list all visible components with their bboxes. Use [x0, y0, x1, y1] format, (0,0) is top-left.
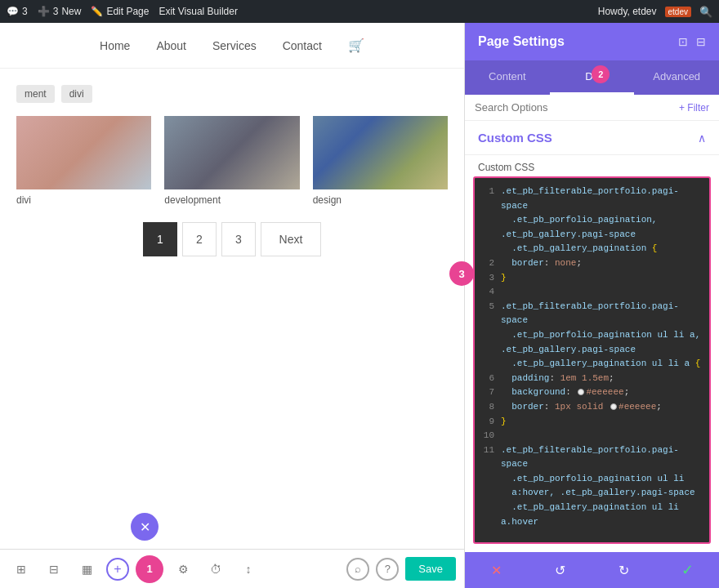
code-line-6: 6 padding: 1em 1.5em;	[481, 372, 703, 386]
css-editor-label: Custom CSS	[465, 155, 719, 176]
portfolio-label-2: development	[164, 194, 299, 206]
settings-footer: ✕ ↺ ↻ ✓	[465, 552, 719, 588]
responsive-icon-btn[interactable]: ↕	[235, 556, 261, 582]
code-line-5d: .et_pb_gallery_pagination ul li a {	[481, 357, 703, 372]
code-line-11d: .et_pb_gallery_pagination ul li a.hover	[481, 501, 703, 529]
code-line-5: 5 .et_pb_filterable_portfolio.pagi-space	[481, 300, 703, 328]
tab-design[interactable]: De 2	[550, 60, 635, 95]
search-help-btn[interactable]: ⌕	[346, 558, 369, 581]
nav-home[interactable]: Home	[100, 39, 130, 52]
pagination: 1 2 3 Next	[16, 222, 448, 256]
grid-icon-btn[interactable]: ▦	[74, 556, 100, 582]
code-line-5b: .et_pb_porfolio_pagination ul li a,	[481, 328, 703, 343]
custom-css-title: Custom CSS	[478, 131, 552, 145]
settings-header: Page Settings ⊡ ⊟	[465, 23, 719, 60]
search-bar: + Filter	[465, 95, 719, 121]
redo-footer-btn[interactable]: ↻	[609, 555, 638, 585]
settings-panel: Page Settings ⊡ ⊟ Content De 2 Advanced	[464, 23, 719, 588]
tab-content[interactable]: Content	[465, 60, 550, 95]
bottom-toolbar: ⊞ ⊟ ▦ + 1 ⚙ ⏱ ↕ ⌕ ? Save	[0, 549, 464, 588]
layout-icon-btn[interactable]: ⊞	[8, 556, 34, 582]
collapse-icon[interactable]: ∧	[698, 131, 706, 145]
tab-advanced-label: Advanced	[653, 70, 700, 82]
portfolio-label-3: design	[313, 194, 448, 206]
code-line-11: 11 .et_pb_filterable_portfolio.pagi-spac…	[481, 443, 703, 472]
new-count[interactable]: ➕ 3 New	[38, 6, 82, 17]
code-line-7: 7 background: #eeeeee;	[481, 385, 703, 400]
add-element-button[interactable]: +	[106, 558, 129, 581]
site-nav: Home About Services Contact 🛒	[0, 23, 464, 69]
page-2-button[interactable]: 2	[182, 222, 217, 256]
settings-tabs: Content De 2 Advanced	[465, 60, 719, 95]
settings-title: Page Settings	[478, 34, 565, 49]
tab-content-label: Content	[489, 70, 526, 82]
checkmark-icon: ✓	[681, 561, 694, 579]
content-area: ment divi divi development design	[0, 69, 464, 278]
settings-header-icons: ⊡ ⊟	[678, 35, 706, 48]
portfolio-grid: divi development design	[16, 116, 448, 206]
code-line-4: 4	[481, 285, 703, 300]
help-btn[interactable]: ?	[376, 558, 399, 581]
columns-icon[interactable]: ⊟	[696, 35, 706, 48]
howdy-text: Howdy, etdev	[598, 6, 657, 17]
step3-label: 3	[458, 268, 464, 280]
undo-icon: ↺	[555, 563, 565, 578]
custom-css-section-header: Custom CSS ∧	[465, 121, 719, 155]
comment-count[interactable]: 💬 3	[7, 6, 28, 17]
nav-services[interactable]: Services	[212, 39, 257, 52]
close-bubble-button[interactable]: ✕	[131, 513, 159, 541]
search-options-input[interactable]	[475, 101, 672, 114]
edit-page-link[interactable]: ✏️ Edit Page	[91, 6, 149, 17]
step3-bubble: 3	[449, 261, 474, 286]
css-editor-content[interactable]: 1 .et_pb_filterable_portfolio.pagi-space…	[475, 178, 709, 529]
code-line-1d: .et_pb_gallery_pagination {	[481, 242, 703, 256]
cancel-footer-btn[interactable]: ✕	[482, 555, 511, 585]
code-line-10: 10	[481, 429, 703, 443]
code-line-3: 3 }	[481, 271, 703, 286]
tag-divi[interactable]: divi	[61, 85, 92, 103]
settings-content: + Filter Custom CSS ∧ Custom CSS 1 .et_p…	[465, 95, 719, 552]
tab-design-badge: 2	[592, 65, 610, 83]
undo-footer-btn[interactable]: ↺	[546, 555, 575, 585]
code-line-11c: a:hover, .et_pb_gallery.pagi-space	[481, 486, 703, 501]
user-badge: etdev	[665, 7, 691, 17]
admin-bar-right: Howdy, etdev etdev 🔍	[598, 6, 712, 18]
columns-icon-btn[interactable]: ⊟	[41, 556, 67, 582]
exit-builder-link[interactable]: Exit Visual Builder	[159, 6, 238, 17]
portfolio-thumb-1	[16, 116, 151, 189]
admin-search-icon[interactable]: 🔍	[699, 6, 712, 18]
code-line-2: 2 border: none;	[481, 256, 703, 271]
history-icon-btn[interactable]: ⏱	[203, 556, 229, 582]
code-line-11b: .et_pb_porfolio_pagination ul li	[481, 472, 703, 487]
portfolio-thumb-3	[313, 116, 448, 189]
portfolio-label-1: divi	[16, 194, 151, 206]
save-button[interactable]: Save	[405, 557, 456, 581]
portfolio-item-2[interactable]: development	[164, 116, 299, 206]
plus-icon: ➕	[38, 6, 50, 17]
view-icon[interactable]: ⊡	[678, 35, 688, 48]
page-1-button[interactable]: 1	[143, 222, 177, 256]
step1-label: 1	[146, 563, 152, 575]
code-line-1b: .et_pb_porfolio_pagination,	[481, 213, 703, 228]
filter-button[interactable]: + Filter	[679, 102, 709, 114]
code-line-8: 8 border: 1px solid #eeeeee;	[481, 400, 703, 415]
portfolio-thumb-2	[164, 116, 299, 189]
nav-about[interactable]: About	[156, 39, 186, 52]
nav-contact[interactable]: Contact	[283, 39, 322, 52]
next-page-button[interactable]: Next	[261, 222, 321, 256]
settings-icon-btn[interactable]: ⚙	[170, 556, 196, 582]
main-container: Home About Services Contact 🛒 ment divi …	[0, 23, 719, 588]
tab-advanced[interactable]: Advanced	[634, 60, 719, 95]
portfolio-item-3[interactable]: design	[313, 116, 448, 206]
tag-ment[interactable]: ment	[16, 85, 55, 103]
page-3-button[interactable]: 3	[221, 222, 256, 256]
step1-button[interactable]: 1	[136, 555, 163, 583]
css-editor[interactable]: 1 .et_pb_filterable_portfolio.pagi-space…	[473, 176, 711, 544]
tag-row: ment divi	[16, 85, 448, 103]
confirm-footer-btn[interactable]: ✓	[672, 555, 702, 585]
portfolio-item-1[interactable]: divi	[16, 116, 151, 206]
cart-icon[interactable]: 🛒	[348, 38, 364, 53]
toolbar-right: ⌕ ? Save	[346, 557, 456, 581]
redo-icon: ↻	[619, 563, 629, 578]
code-line-9: 9 }	[481, 415, 703, 430]
